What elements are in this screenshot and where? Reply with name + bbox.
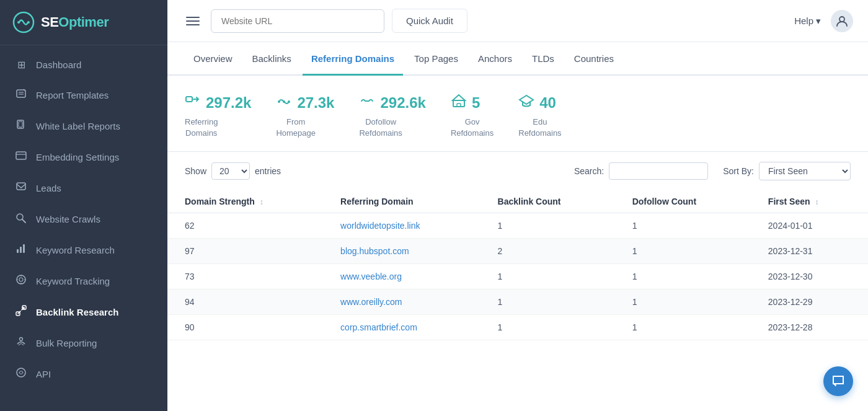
white-label-reports-icon (15, 119, 27, 133)
data-table: Domain Strength ↕ Referring Domain Backl… (167, 190, 868, 340)
tab-overview[interactable]: Overview (185, 42, 241, 76)
search-input[interactable] (609, 162, 708, 180)
stat-value: 27.3k (297, 94, 334, 112)
entries-select[interactable]: 20 10 50 100 (211, 162, 250, 180)
chat-icon (831, 374, 846, 389)
sidebar-item-leads[interactable]: Leads (0, 172, 167, 203)
cell-dofollow-count: 1 (615, 239, 751, 264)
stat-label: DofollowRefdomains (359, 117, 402, 139)
topbar: Quick Audit Help ▾ (167, 0, 868, 42)
stat-value-row: 40 (518, 93, 556, 113)
keyword-tracking-icon (15, 274, 27, 288)
help-button[interactable]: Help ▾ (794, 15, 821, 27)
table-row: 90 corp.smartbrief.com 1 1 2023-12-28 (167, 315, 868, 340)
cell-backlink-count: 1 (480, 213, 615, 239)
svg-marker-34 (520, 95, 533, 104)
svg-rect-10 (17, 183, 25, 190)
stat-value-row: 27.3k (276, 93, 334, 113)
dashboard-icon: ⊞ (15, 59, 27, 71)
hamburger-line (186, 24, 200, 25)
domain-link[interactable]: corp.smartbrief.com (340, 322, 417, 332)
table-header-row: Domain Strength ↕ Referring Domain Backl… (167, 190, 868, 213)
svg-point-1 (17, 21, 20, 24)
edu-icon (518, 93, 534, 113)
sidebar-item-label: Dashboard (36, 60, 81, 70)
svg-point-29 (283, 100, 285, 103)
sidebar-item-bulk-reporting[interactable]: Bulk Reporting (0, 327, 167, 358)
sidebar-item-website-crawls[interactable]: Website Crawls (0, 203, 167, 234)
tab-tlds[interactable]: TLDs (523, 42, 563, 76)
hamburger-line (186, 20, 200, 22)
tab-referring-domains[interactable]: Referring Domains (303, 42, 403, 76)
svg-rect-14 (20, 247, 22, 253)
website-url-input[interactable] (211, 9, 384, 33)
cell-first-seen: 2023-12-28 (751, 315, 868, 340)
brand-name: SEOptimer (41, 14, 108, 30)
stat-label: EduRefdomains (518, 117, 561, 139)
sidebar-item-keyword-tracking[interactable]: Keyword Tracking (0, 265, 167, 296)
cell-first-seen: 2024-01-01 (751, 213, 868, 239)
leads-icon (15, 181, 27, 195)
stat-edu-refdomains: 40 EduRefdomains (518, 93, 561, 139)
tab-backlinks[interactable]: Backlinks (244, 42, 300, 76)
svg-rect-8 (16, 152, 26, 159)
show-label: Show (185, 166, 206, 176)
sidebar-item-label: Report Templates (36, 90, 108, 100)
domain-link[interactable]: www.oreilly.com (340, 297, 402, 307)
svg-point-17 (19, 278, 23, 281)
svg-marker-32 (453, 95, 465, 100)
sidebar-item-embedding-settings[interactable]: Embedding Settings (0, 141, 167, 172)
gov-icon (451, 93, 467, 113)
col-dofollow-count: Dofollow Count (615, 190, 751, 213)
website-crawls-icon (15, 212, 27, 226)
quick-audit-button[interactable]: Quick Audit (392, 9, 467, 33)
cell-referring-domain[interactable]: www.oreilly.com (323, 289, 480, 315)
search-group: Search: (574, 162, 708, 180)
chat-bubble-button[interactable] (823, 366, 853, 396)
sortby-select[interactable]: First Seen Domain Strength Backlink Coun… (759, 162, 851, 180)
sidebar-item-label: Website Crawls (36, 214, 100, 224)
stat-value: 5 (472, 94, 480, 112)
keyword-research-icon (15, 243, 27, 257)
col-domain-strength[interactable]: Domain Strength ↕ (167, 190, 323, 213)
sidebar-item-keyword-research[interactable]: Keyword Research (0, 234, 167, 265)
tab-top-pages[interactable]: Top Pages (405, 42, 467, 76)
cell-referring-domain[interactable]: corp.smartbrief.com (323, 315, 480, 340)
sidebar-item-backlink-research[interactable]: Backlink Research (0, 296, 167, 327)
from-homepage-icon (276, 93, 292, 113)
help-label: Help (794, 15, 813, 26)
seoptimer-logo-icon (12, 11, 35, 33)
sidebar-item-report-templates[interactable]: Report Templates (0, 79, 167, 110)
cell-backlink-count: 1 (480, 315, 615, 340)
table-controls: Show 20 10 50 100 entries Search: Sort B… (167, 152, 868, 190)
svg-rect-13 (17, 249, 19, 253)
cell-referring-domain[interactable]: worldwidetopsite.link (323, 213, 480, 239)
search-label: Search: (574, 166, 604, 176)
domain-link[interactable]: blog.hubspot.com (340, 246, 409, 256)
sidebar-item-white-label-reports[interactable]: White Label Reports (0, 110, 167, 141)
svg-point-28 (278, 100, 280, 103)
stat-dofollow-refdomains: 292.6k DofollowRefdomains (359, 93, 425, 139)
svg-point-25 (17, 368, 25, 377)
domain-link[interactable]: www.veeble.org (340, 272, 402, 281)
user-avatar[interactable] (831, 10, 853, 32)
tabs-bar: Overview Backlinks Referring Domains Top… (167, 42, 868, 76)
hamburger-button[interactable] (182, 13, 203, 29)
col-referring-domain: Referring Domain (323, 190, 480, 213)
cell-referring-domain[interactable]: www.veeble.org (323, 264, 480, 289)
cell-referring-domain[interactable]: blog.hubspot.com (323, 239, 480, 264)
sidebar-item-dashboard[interactable]: ⊞ Dashboard (0, 50, 167, 79)
svg-rect-3 (17, 90, 25, 97)
table-row: 97 blog.hubspot.com 2 1 2023-12-31 (167, 239, 868, 264)
cell-dofollow-count: 1 (615, 213, 751, 239)
sortby-group: Sort By: First Seen Domain Strength Back… (723, 162, 851, 180)
domain-link[interactable]: worldwidetopsite.link (340, 221, 420, 231)
report-templates-icon (15, 88, 27, 102)
cell-domain-strength: 94 (167, 289, 323, 315)
sidebar-nav: ⊞ Dashboard Report Templates White Label… (0, 45, 167, 394)
tab-countries[interactable]: Countries (565, 42, 622, 76)
col-first-seen[interactable]: First Seen ↕ (751, 190, 868, 213)
tab-anchors[interactable]: Anchors (469, 42, 521, 76)
stat-label: FromHomepage (276, 117, 316, 139)
sidebar-item-api[interactable]: API (0, 358, 167, 389)
